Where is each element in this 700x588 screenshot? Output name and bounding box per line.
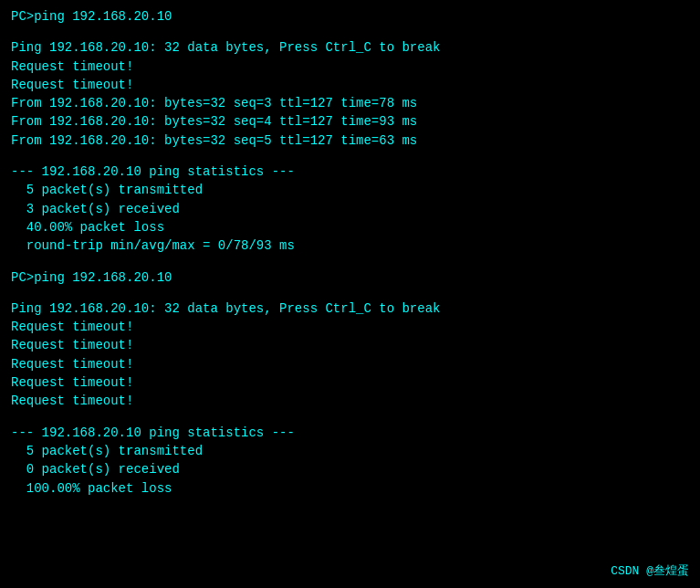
terminal-line: From 192.168.20.10: bytes=32 seq=5 ttl=1… [11, 131, 689, 150]
terminal-line: Request timeout! [11, 58, 689, 76]
terminal-content: PC>ping 192.168.20.10 Ping 192.168.20.10… [11, 7, 689, 510]
terminal-line: Request timeout! [11, 355, 689, 373]
watermark: CSDN @叁煌蛋 [611, 562, 689, 579]
terminal-line [11, 498, 689, 510]
terminal-line [11, 287, 689, 299]
terminal-line [11, 256, 689, 268]
terminal-line: From 192.168.20.10: bytes=32 seq=4 ttl=1… [11, 112, 689, 131]
terminal-line: 3 packet(s) received [11, 200, 689, 218]
terminal-line: 0 packet(s) received [11, 460, 689, 478]
terminal-line: Request timeout! [11, 373, 689, 392]
terminal-line: Ping 192.168.20.10: 32 data bytes, Press… [11, 38, 689, 57]
terminal-line: 100.00% packet loss [11, 479, 689, 498]
terminal-line: Request timeout! [11, 76, 689, 94]
terminal-line [11, 411, 689, 424]
terminal-line: 5 packet(s) transmitted [11, 181, 689, 199]
terminal-line [11, 26, 689, 38]
terminal-line: --- 192.168.20.10 ping statistics --- [11, 424, 689, 442]
terminal-line: Request timeout! [11, 392, 689, 410]
terminal-line: Request timeout! [11, 336, 689, 354]
terminal-line: From 192.168.20.10: bytes=32 seq=3 ttl=1… [11, 94, 689, 112]
terminal-line: 5 packet(s) transmitted [11, 442, 689, 460]
terminal-line: --- 192.168.20.10 ping statistics --- [11, 163, 689, 181]
terminal-line: PC>ping 192.168.20.10 [11, 268, 689, 287]
terminal-line: 40.00% packet loss [11, 218, 689, 236]
terminal-line: Request timeout! [11, 318, 689, 336]
terminal-line: PC>ping 192.168.20.10 [11, 7, 689, 26]
terminal-line [11, 150, 689, 163]
terminal-line: Ping 192.168.20.10: 32 data bytes, Press… [11, 299, 689, 318]
terminal-line: round-trip min/avg/max = 0/78/93 ms [11, 236, 689, 255]
terminal-window: PC>ping 192.168.20.10 Ping 192.168.20.10… [0, 0, 700, 588]
